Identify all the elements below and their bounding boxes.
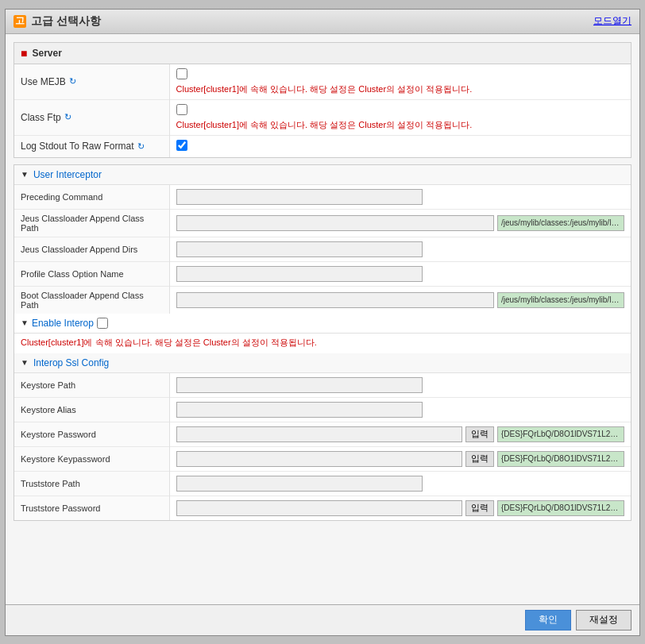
keystore-alias-value [169, 397, 631, 422]
classloader-dirs-value [169, 237, 631, 261]
dialog-footer: 확인 재설정 [6, 604, 639, 635]
keystore-path-input[interactable] [176, 377, 423, 393]
truststore-path-input[interactable] [176, 476, 423, 492]
truststore-path-value [169, 471, 631, 496]
keystore-password-value: 입력 {DES}FQrLbQ/D8O1lDVS71L28rw== [169, 422, 631, 446]
profile-class-row: Profile Class Option Name [14, 261, 631, 286]
title-icon-text: 고 [15, 14, 25, 28]
keystore-alias-row: Keystore Alias [14, 397, 631, 422]
mejb-refresh-icon[interactable]: ↻ [69, 76, 76, 87]
server-section-icon: ■ [21, 47, 27, 60]
keystore-alias-input[interactable] [176, 402, 423, 418]
keystore-path-label: Keystore Path [14, 373, 169, 398]
class-ftp-label: Class Ftp ↻ [14, 99, 169, 135]
keystore-path-value [169, 373, 631, 398]
profile-class-input[interactable] [176, 266, 423, 282]
preceding-command-row: Preceding Command [14, 185, 631, 210]
truststore-password-label: Truststore Password [14, 496, 169, 520]
keystore-keypassword-ex-btn[interactable]: {DES}FQrLbQ/D8O1lDVS71L28rw== [497, 451, 624, 467]
keystore-password-row: Keystore Password 입력 {DES}FQrLbQ/D8O1lDV… [14, 422, 631, 446]
use-mejb-row: Use MEJB ↻ Cluster[cluster1]에 속해 있습니다. 해… [14, 64, 631, 100]
log-stdout-label: Log Stdout To Raw Format ↻ [14, 135, 169, 157]
profile-class-value [169, 261, 631, 286]
classloader-classpath-input[interactable] [176, 215, 495, 231]
truststore-password-row: Truststore Password 입력 {DES}FQrLbQ/D8O1l… [14, 496, 631, 520]
title-icon: 고 [14, 15, 26, 28]
enable-interop-arrow: ▼ [21, 318, 29, 327]
mejb-cluster-msg: Cluster[cluster1]에 속해 있습니다. 해당 설정은 Clust… [176, 83, 625, 95]
keystore-password-label: Keystore Password [14, 422, 169, 446]
main-dialog: 고 고급 선택사항 모드열기 ■ Server Use MEJB ↻ [5, 9, 640, 636]
preceding-command-label: Preceding Command [14, 185, 169, 210]
enable-interop-label: Enable Interop [32, 318, 94, 329]
log-stdout-value [169, 135, 631, 157]
help-link[interactable]: 모드열기 [593, 15, 631, 26]
truststore-password-value: 입력 {DES}FQrLbQ/D8O1lDVS71L28rw== [169, 496, 631, 520]
user-interceptor-arrow: ▼ [21, 170, 29, 179]
keystore-keypassword-row: Keystore Keypassword 입력 {DES}FQrLbQ/D8O1… [14, 446, 631, 471]
class-ftp-cluster-msg: Cluster[cluster1]에 속해 있습니다. 해당 설정은 Clust… [176, 119, 625, 131]
truststore-path-label: Truststore Path [14, 471, 169, 496]
classloader-dirs-input[interactable] [176, 241, 423, 257]
log-stdout-row: Log Stdout To Raw Format ↻ [14, 135, 631, 157]
server-section: ■ Server Use MEJB ↻ Cluster[cluster1]에 속… [14, 42, 631, 158]
truststore-path-row: Truststore Path [14, 471, 631, 496]
profile-class-label: Profile Class Option Name [14, 261, 169, 286]
truststore-password-input[interactable] [176, 500, 463, 516]
classloader-dirs-row: Jeus Classloader Append Dirs [14, 237, 631, 261]
class-ftp-checkbox[interactable] [176, 104, 187, 115]
boot-classloader-row: Boot Classloader Append Class Path /jeus… [14, 286, 631, 314]
keystore-keypassword-input-btn[interactable]: 입력 [465, 451, 494, 467]
keystore-path-row: Keystore Path [14, 373, 631, 398]
user-interceptor-header[interactable]: ▼ User Interceptor [14, 165, 631, 185]
interop-ssl-header[interactable]: ▼ Interop Ssl Config [14, 353, 631, 373]
server-section-header: ■ Server [14, 43, 631, 64]
server-section-title: Server [32, 48, 61, 59]
preceding-command-input[interactable] [176, 189, 423, 205]
classloader-dirs-label: Jeus Classloader Append Dirs [14, 237, 169, 261]
title-bar-left: 고 고급 선택사항 [14, 14, 101, 29]
boot-classloader-value: /jeus/mylib/classes:/jeus/mylib/lib/myli… [169, 286, 631, 314]
interop-ssl-table: Keystore Path Keystore Alias Keystore Pa… [14, 373, 631, 520]
keystore-keypassword-value: 입력 {DES}FQrLbQ/D8O1lDVS71L28rw== [169, 446, 631, 471]
keystore-keypassword-label: Keystore Keypassword [14, 446, 169, 471]
user-interceptor-section: ▼ User Interceptor Preceding Command Jeu… [14, 164, 631, 521]
keystore-password-input-btn[interactable]: 입력 [465, 426, 494, 442]
server-form-table: Use MEJB ↻ Cluster[cluster1]에 속해 있습니다. 해… [14, 64, 631, 157]
boot-classloader-ex-btn[interactable]: /jeus/mylib/classes:/jeus/mylib/lib/myli… [497, 292, 624, 308]
use-mejb-label: Use MEJB ↻ [14, 64, 169, 100]
dialog-content: ■ Server Use MEJB ↻ Cluster[cluster1]에 속… [6, 34, 639, 604]
boot-classloader-label: Boot Classloader Append Class Path [14, 286, 169, 314]
truststore-password-input-btn[interactable]: 입력 [465, 500, 494, 516]
classloader-classpath-label: Jeus Classloader Append Class Path [14, 209, 169, 237]
interop-ssl-arrow: ▼ [21, 358, 29, 367]
classloader-classpath-ex-btn[interactable]: /jeus/mylib/classes:/jeus/mylib/lib/myli… [497, 215, 624, 231]
enable-interop-row: ▼ Enable Interop [14, 314, 631, 334]
keystore-alias-label: Keystore Alias [14, 397, 169, 422]
truststore-password-ex-btn[interactable]: {DES}FQrLbQ/D8O1lDVS71L28rw== [497, 500, 624, 516]
user-interceptor-title: User Interceptor [33, 169, 102, 180]
classloader-classpath-row: Jeus Classloader Append Class Path /jeus… [14, 209, 631, 237]
reset-button[interactable]: 재설정 [576, 610, 631, 631]
title-bar: 고 고급 선택사항 모드열기 [6, 10, 639, 34]
confirm-button[interactable]: 확인 [525, 610, 571, 631]
keystore-password-input[interactable] [176, 426, 463, 442]
class-ftp-refresh-icon[interactable]: ↻ [64, 112, 71, 122]
class-ftp-row: Class Ftp ↻ Cluster[cluster1]에 속해 있습니다. … [14, 99, 631, 135]
boot-classloader-input[interactable] [176, 292, 495, 308]
use-mejb-value: Cluster[cluster1]에 속해 있습니다. 해당 설정은 Clust… [169, 64, 631, 100]
keystore-password-ex-btn[interactable]: {DES}FQrLbQ/D8O1lDVS71L28rw== [497, 426, 624, 442]
dialog-title: 고급 선택사항 [31, 14, 101, 29]
class-ftp-value: Cluster[cluster1]에 속해 있습니다. 해당 설정은 Clust… [169, 99, 631, 135]
use-mejb-checkbox[interactable] [176, 68, 187, 79]
user-interceptor-table: Preceding Command Jeus Classloader Appen… [14, 185, 631, 314]
log-stdout-checkbox[interactable] [176, 140, 187, 151]
interop-ssl-title: Interop Ssl Config [33, 357, 109, 368]
enable-interop-cluster-msg: Cluster[cluster1]에 속해 있습니다. 해당 설정은 Clust… [14, 334, 631, 353]
keystore-keypassword-input[interactable] [176, 451, 463, 467]
preceding-command-value [169, 185, 631, 210]
classloader-classpath-value: /jeus/mylib/classes:/jeus/mylib/lib/myli… [169, 209, 631, 237]
log-stdout-refresh-icon[interactable]: ↻ [137, 141, 145, 152]
enable-interop-checkbox[interactable] [97, 318, 108, 329]
title-bar-right: 모드열기 [593, 14, 631, 28]
